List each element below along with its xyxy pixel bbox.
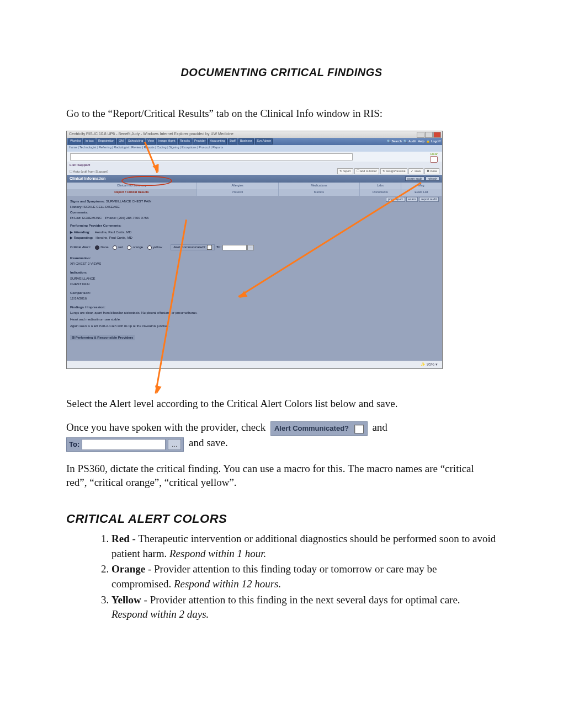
intro-paragraph: Go to the “Report/Critical Results” tab … xyxy=(66,106,497,121)
list-label: List: Support xyxy=(70,163,90,167)
btn-report[interactable]: ↻ report xyxy=(337,168,353,174)
alert-communicated-inline[interactable]: Alert Communicated? xyxy=(171,244,215,250)
page-title: DOCUMENTING CRITICAL FINDINGS xyxy=(66,66,497,79)
tab-labs[interactable]: Labs xyxy=(360,183,401,189)
tab-examlist[interactable]: Exam List xyxy=(401,189,442,196)
radio-yellow[interactable] xyxy=(147,245,152,250)
clinical-info-header: Clinical Information exam audit refresh xyxy=(67,175,442,183)
clinical-info-title: Clinical Information xyxy=(70,176,105,180)
alert-communicated-checkbox[interactable] xyxy=(354,425,364,433)
list-toolbar: List: Support xyxy=(67,162,442,168)
tab-provider[interactable]: Provider xyxy=(193,138,207,144)
tab-protocol[interactable]: Protocol xyxy=(197,189,279,196)
critical-alert-row[interactable]: Critical Alert: None red orange yellow A… xyxy=(70,244,439,250)
radio-orange[interactable] xyxy=(127,245,131,250)
link-audit[interactable]: 🔍 Audit xyxy=(403,140,416,143)
btn-assign[interactable]: ↻ assign/resolve xyxy=(380,168,408,174)
tab-view[interactable]: View xyxy=(146,138,156,144)
to-lookup-inline[interactable]: … xyxy=(247,245,254,250)
auto-toolbar: ☐ Auto (pull from Support) ↻ report ☐ ad… xyxy=(67,168,442,175)
tab-inbox[interactable]: In-box xyxy=(83,138,95,144)
tab-business[interactable]: Business xyxy=(238,138,254,144)
auto-label: ☐ Auto (pull from Support) xyxy=(70,169,108,173)
tab-registration[interactable]: Registration xyxy=(97,138,116,144)
critical-colors-list: Red - Therapeutic intervention or additi… xyxy=(89,532,497,622)
btn-close[interactable]: ✖ close xyxy=(424,168,439,174)
tab-qm[interactable]: QM xyxy=(117,138,125,144)
to-input[interactable] xyxy=(82,439,166,450)
list-item: Orange - Provider attention to this find… xyxy=(111,562,497,591)
radio-red[interactable] xyxy=(113,245,117,250)
btn-exam[interactable]: exam xyxy=(406,197,418,202)
tab-scheduling[interactable]: Scheduling xyxy=(126,138,145,144)
link-help[interactable]: Help xyxy=(418,140,424,143)
window-titlebar: Centricity RIS-IC 10.8 UP6 - Benefit,Jud… xyxy=(67,131,442,138)
to-chip[interactable]: To: … xyxy=(66,437,184,452)
p3c-text: and save. xyxy=(189,437,228,448)
clinical-tabs-row2[interactable]: Report / Critical Results Protocol Memos… xyxy=(67,189,442,196)
radio-none[interactable] xyxy=(95,245,99,250)
collapsed-providers[interactable]: ⊞ Performing & Responsible Providers xyxy=(72,336,133,339)
ris-screenshot: Centricity RIS-IC 10.8 UP6 - Benefit,Jud… xyxy=(66,131,443,369)
tab-imagemgmt[interactable]: Image Mgmt xyxy=(157,138,177,144)
btn-exam-audit[interactable]: exam audit xyxy=(405,176,424,181)
search-row: Clear xyxy=(67,152,442,162)
clinical-tabs-row1[interactable]: Clinical Info Summary Allergies Medicati… xyxy=(67,183,442,189)
link-search[interactable]: 🔍 Search xyxy=(387,140,402,143)
tab-staff[interactable]: Staff xyxy=(228,138,237,144)
sub-menubar[interactable]: Home | Technologist | Referring | Radiol… xyxy=(67,145,442,152)
tab-documents[interactable]: Documents xyxy=(360,189,401,196)
status-bar: ✨ 95% ▾ xyxy=(67,361,442,368)
select-alert-paragraph: Select the Alert level according to the … xyxy=(66,397,497,411)
window-buttons[interactable] xyxy=(417,132,441,138)
tab-memos[interactable]: Memos xyxy=(279,189,360,196)
alert-communicated-chip[interactable]: Alert Communicated? xyxy=(270,421,368,436)
list-item: Yellow - Provider attention to this find… xyxy=(111,593,497,622)
tab-medications[interactable]: Medications xyxy=(279,183,360,189)
alert-communicated-label: Alert Communicated? xyxy=(274,424,349,432)
clear-button[interactable]: Clear xyxy=(430,152,438,163)
link-logoff[interactable]: 🔒 Logoff xyxy=(426,140,440,143)
main-menubar[interactable]: Worklist In-box Registration QM Scheduli… xyxy=(67,138,442,145)
ps360-paragraph: In PS360, dictate the critical finding. … xyxy=(66,462,497,490)
tab-accounting[interactable]: Accounting xyxy=(208,138,226,144)
btn-print-report[interactable]: print report xyxy=(386,197,405,202)
tab-report-critical[interactable]: Report / Critical Results xyxy=(67,189,197,196)
to-lookup-button[interactable]: … xyxy=(168,439,181,450)
btn-save[interactable]: ✓ save xyxy=(408,168,423,174)
tab-clinical-summary[interactable]: Clinical Info Summary xyxy=(67,183,197,189)
tab-worklist[interactable]: Worklist xyxy=(68,138,82,144)
critical-colors-heading: CRITICAL ALERT COLORS xyxy=(66,512,497,526)
list-item: Red - Therapeutic intervention or additi… xyxy=(111,532,497,561)
to-input-inline[interactable] xyxy=(222,245,247,250)
alert-comm-paragraph: Once you have spoken with the provider, … xyxy=(66,420,497,452)
to-label: To: xyxy=(69,440,79,449)
search-input[interactable] xyxy=(70,153,353,160)
tab-msg[interactable]: Msg xyxy=(401,183,442,189)
tab-sysadmin[interactable]: Sys Admin xyxy=(255,138,273,144)
window-title-text: Centricity RIS-IC 10.8 UP6 - Benefit,Jud… xyxy=(69,132,233,136)
btn-report-audit[interactable]: report audit xyxy=(419,197,439,202)
tab-results[interactable]: Results xyxy=(178,138,192,144)
report-body: print report exam report audit Signs and… xyxy=(67,196,442,366)
p3a-text: Once you have spoken with the provider, … xyxy=(66,421,268,433)
p3b-text: and xyxy=(372,421,387,433)
tab-allergies[interactable]: Allergies xyxy=(197,183,279,189)
btn-add-folder[interactable]: ☐ add to folder xyxy=(354,168,379,174)
btn-refresh[interactable]: refresh xyxy=(426,176,439,181)
toolbar-buttons[interactable]: ↻ report ☐ add to folder ↻ assign/resolv… xyxy=(337,168,439,174)
body-action-buttons[interactable]: print report exam report audit xyxy=(386,197,439,202)
